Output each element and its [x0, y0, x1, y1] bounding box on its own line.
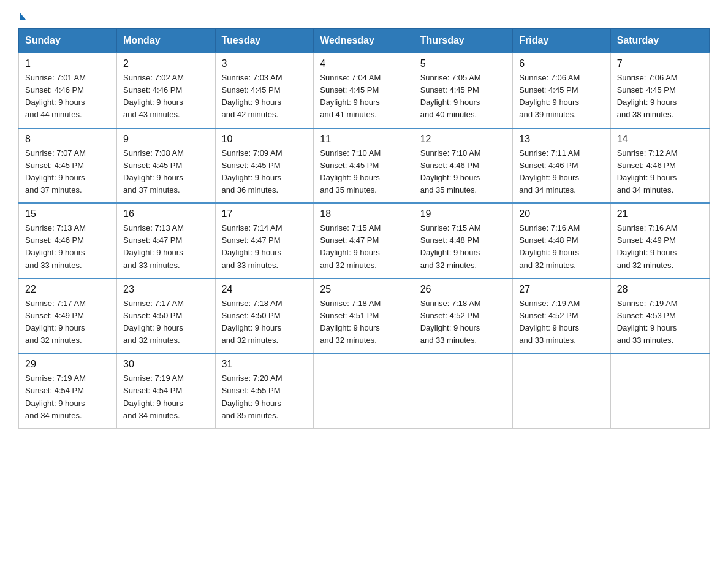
day-info: Sunrise: 7:01 AMSunset: 4:46 PMDaylight:… [25, 73, 86, 119]
calendar-cell: 19 Sunrise: 7:15 AMSunset: 4:48 PMDaylig… [414, 203, 513, 278]
day-info: Sunrise: 7:18 AMSunset: 4:50 PMDaylight:… [222, 299, 282, 345]
day-info: Sunrise: 7:06 AMSunset: 4:45 PMDaylight:… [519, 73, 580, 119]
weekday-header-row: SundayMondayTuesdayWednesdayThursdayFrid… [19, 29, 710, 53]
day-number: 22 [25, 284, 110, 295]
day-info: Sunrise: 7:18 AMSunset: 4:51 PMDaylight:… [320, 299, 381, 345]
day-info: Sunrise: 7:19 AMSunset: 4:52 PMDaylight:… [519, 299, 580, 345]
day-number: 25 [320, 284, 407, 295]
day-info: Sunrise: 7:17 AMSunset: 4:49 PMDaylight:… [25, 299, 86, 345]
day-info: Sunrise: 7:19 AMSunset: 4:54 PMDaylight:… [25, 373, 86, 419]
day-number: 1 [25, 58, 110, 69]
day-info: Sunrise: 7:10 AMSunset: 4:46 PMDaylight:… [420, 148, 481, 194]
day-number: 18 [320, 209, 407, 220]
day-number: 7 [617, 58, 703, 69]
calendar-cell: 30 Sunrise: 7:19 AMSunset: 4:54 PMDaylig… [117, 353, 215, 428]
weekday-header-monday: Monday [117, 29, 215, 53]
calendar-cell [610, 353, 709, 428]
calendar-cell: 14 Sunrise: 7:12 AMSunset: 4:46 PMDaylig… [610, 128, 709, 204]
day-number: 21 [617, 209, 703, 220]
calendar-cell: 29 Sunrise: 7:19 AMSunset: 4:54 PMDaylig… [19, 353, 117, 428]
day-number: 4 [320, 58, 407, 69]
day-info: Sunrise: 7:16 AMSunset: 4:48 PMDaylight:… [519, 223, 580, 269]
day-info: Sunrise: 7:18 AMSunset: 4:52 PMDaylight:… [420, 299, 481, 345]
day-number: 15 [25, 209, 110, 220]
calendar-cell: 20 Sunrise: 7:16 AMSunset: 4:48 PMDaylig… [513, 203, 610, 278]
day-number: 3 [222, 58, 308, 69]
day-number: 6 [519, 58, 604, 69]
calendar-cell: 28 Sunrise: 7:19 AMSunset: 4:53 PMDaylig… [610, 278, 709, 354]
calendar-cell: 6 Sunrise: 7:06 AMSunset: 4:45 PMDayligh… [513, 53, 610, 128]
day-number: 31 [222, 359, 308, 370]
calendar-cell [414, 353, 513, 428]
day-info: Sunrise: 7:17 AMSunset: 4:50 PMDaylight:… [123, 299, 184, 345]
calendar-cell: 31 Sunrise: 7:20 AMSunset: 4:55 PMDaylig… [215, 353, 314, 428]
day-info: Sunrise: 7:11 AMSunset: 4:46 PMDaylight:… [519, 148, 580, 194]
calendar-cell: 4 Sunrise: 7:04 AMSunset: 4:45 PMDayligh… [314, 53, 414, 128]
calendar-cell: 16 Sunrise: 7:13 AMSunset: 4:47 PMDaylig… [117, 203, 215, 278]
calendar-cell: 2 Sunrise: 7:02 AMSunset: 4:46 PMDayligh… [117, 53, 215, 128]
day-info: Sunrise: 7:13 AMSunset: 4:47 PMDaylight:… [123, 223, 184, 269]
calendar-week-row: 22 Sunrise: 7:17 AMSunset: 4:49 PMDaylig… [19, 278, 710, 354]
logo-arrow-icon [20, 12, 26, 20]
calendar-cell: 13 Sunrise: 7:11 AMSunset: 4:46 PMDaylig… [513, 128, 610, 204]
day-info: Sunrise: 7:07 AMSunset: 4:45 PMDaylight:… [25, 148, 86, 194]
calendar-cell: 27 Sunrise: 7:19 AMSunset: 4:52 PMDaylig… [513, 278, 610, 354]
page-header [18, 12, 710, 17]
calendar-cell: 8 Sunrise: 7:07 AMSunset: 4:45 PMDayligh… [19, 128, 117, 204]
day-info: Sunrise: 7:15 AMSunset: 4:48 PMDaylight:… [420, 223, 481, 269]
weekday-header-friday: Friday [513, 29, 610, 53]
day-info: Sunrise: 7:10 AMSunset: 4:45 PMDaylight:… [320, 148, 381, 194]
day-info: Sunrise: 7:12 AMSunset: 4:46 PMDaylight:… [617, 148, 678, 194]
day-number: 5 [420, 58, 507, 69]
day-number: 12 [420, 134, 507, 145]
calendar-cell: 17 Sunrise: 7:14 AMSunset: 4:47 PMDaylig… [215, 203, 314, 278]
day-info: Sunrise: 7:19 AMSunset: 4:54 PMDaylight:… [123, 373, 184, 419]
calendar-cell: 15 Sunrise: 7:13 AMSunset: 4:46 PMDaylig… [19, 203, 117, 278]
calendar-week-row: 8 Sunrise: 7:07 AMSunset: 4:45 PMDayligh… [19, 128, 710, 204]
calendar-cell: 25 Sunrise: 7:18 AMSunset: 4:51 PMDaylig… [314, 278, 414, 354]
day-number: 28 [617, 284, 703, 295]
calendar-cell [513, 353, 610, 428]
calendar-cell: 1 Sunrise: 7:01 AMSunset: 4:46 PMDayligh… [19, 53, 117, 128]
calendar-cell: 10 Sunrise: 7:09 AMSunset: 4:45 PMDaylig… [215, 128, 314, 204]
calendar-cell: 22 Sunrise: 7:17 AMSunset: 4:49 PMDaylig… [19, 278, 117, 354]
day-number: 17 [222, 209, 308, 220]
day-info: Sunrise: 7:19 AMSunset: 4:53 PMDaylight:… [617, 299, 678, 345]
day-info: Sunrise: 7:13 AMSunset: 4:46 PMDaylight:… [25, 223, 86, 269]
day-info: Sunrise: 7:16 AMSunset: 4:49 PMDaylight:… [617, 223, 678, 269]
calendar-cell: 18 Sunrise: 7:15 AMSunset: 4:47 PMDaylig… [314, 203, 414, 278]
day-number: 27 [519, 284, 604, 295]
calendar-cell [314, 353, 414, 428]
weekday-header-saturday: Saturday [610, 29, 709, 53]
day-info: Sunrise: 7:15 AMSunset: 4:47 PMDaylight:… [320, 223, 381, 269]
day-info: Sunrise: 7:03 AMSunset: 4:45 PMDaylight:… [222, 73, 282, 119]
day-info: Sunrise: 7:04 AMSunset: 4:45 PMDaylight:… [320, 73, 381, 119]
calendar-cell: 23 Sunrise: 7:17 AMSunset: 4:50 PMDaylig… [117, 278, 215, 354]
calendar-week-row: 15 Sunrise: 7:13 AMSunset: 4:46 PMDaylig… [19, 203, 710, 278]
day-info: Sunrise: 7:09 AMSunset: 4:45 PMDaylight:… [222, 148, 282, 194]
day-number: 10 [222, 134, 308, 145]
day-number: 29 [25, 359, 110, 370]
calendar-table: SundayMondayTuesdayWednesdayThursdayFrid… [18, 28, 710, 429]
day-number: 2 [123, 58, 208, 69]
day-info: Sunrise: 7:06 AMSunset: 4:45 PMDaylight:… [617, 73, 678, 119]
day-info: Sunrise: 7:08 AMSunset: 4:45 PMDaylight:… [123, 148, 184, 194]
calendar-week-row: 1 Sunrise: 7:01 AMSunset: 4:46 PMDayligh… [19, 53, 710, 128]
calendar-cell: 12 Sunrise: 7:10 AMSunset: 4:46 PMDaylig… [414, 128, 513, 204]
calendar-week-row: 29 Sunrise: 7:19 AMSunset: 4:54 PMDaylig… [19, 353, 710, 428]
logo [18, 12, 27, 17]
day-number: 9 [123, 134, 208, 145]
weekday-header-thursday: Thursday [414, 29, 513, 53]
calendar-cell: 24 Sunrise: 7:18 AMSunset: 4:50 PMDaylig… [215, 278, 314, 354]
logo-text [18, 12, 27, 20]
day-info: Sunrise: 7:02 AMSunset: 4:46 PMDaylight:… [123, 73, 184, 119]
calendar-cell: 11 Sunrise: 7:10 AMSunset: 4:45 PMDaylig… [314, 128, 414, 204]
day-number: 14 [617, 134, 703, 145]
day-number: 20 [519, 209, 604, 220]
day-info: Sunrise: 7:14 AMSunset: 4:47 PMDaylight:… [222, 223, 282, 269]
calendar-cell: 5 Sunrise: 7:05 AMSunset: 4:45 PMDayligh… [414, 53, 513, 128]
weekday-header-sunday: Sunday [19, 29, 117, 53]
day-number: 23 [123, 284, 208, 295]
day-number: 24 [222, 284, 308, 295]
calendar-cell: 9 Sunrise: 7:08 AMSunset: 4:45 PMDayligh… [117, 128, 215, 204]
